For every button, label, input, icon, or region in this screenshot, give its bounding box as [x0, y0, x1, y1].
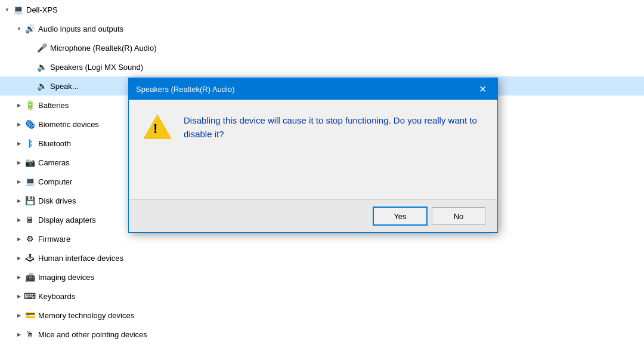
- dialog-message: Disabling this device will cause it to s…: [184, 112, 483, 141]
- tree-label-speakers-realtek: Speak...: [50, 82, 79, 91]
- bio-icon: 🫆: [24, 118, 36, 130]
- mice-icon: 🖱: [24, 328, 36, 340]
- expand-arrow-audio-group[interactable]: [14, 24, 24, 33]
- expand-arrow-batteries[interactable]: [14, 100, 24, 110]
- expand-arrow-display-adapters[interactable]: [14, 215, 24, 224]
- human-icon: 🕹: [24, 252, 36, 264]
- tree-label-speakers-logi: Speakers (Logi MX Sound): [50, 63, 143, 72]
- camera-icon: 📷: [24, 156, 36, 168]
- tree-item-microphone[interactable]: 🎤Microphone (Realtek(R) Audio): [0, 38, 644, 57]
- tree-item-human-interface[interactable]: 🕹Human interface devices: [0, 248, 644, 267]
- yes-button[interactable]: Yes: [373, 207, 427, 225]
- tree-label-firmware: Firmware: [38, 235, 70, 244]
- tree-label-microphone: Microphone (Realtek(R) Audio): [50, 44, 156, 53]
- battery-icon: 🔋: [24, 99, 36, 111]
- expand-arrow-cameras[interactable]: [14, 158, 24, 167]
- expand-arrow-computer[interactable]: [14, 177, 24, 186]
- warning-icon: [143, 114, 172, 143]
- expand-arrow-biometric[interactable]: [14, 119, 24, 129]
- tree-label-imaging: Imaging devices: [38, 273, 94, 282]
- dialog-title: Speakers (Realtek(R) Audio): [136, 85, 234, 94]
- tree-label-disk-drives: Disk drives: [38, 196, 76, 205]
- expand-arrow-imaging[interactable]: [14, 272, 24, 282]
- tree-label-cameras: Cameras: [38, 158, 70, 167]
- tree-label-dell-xps: Dell-XPS: [26, 5, 58, 14]
- tree-item-imaging[interactable]: 📠Imaging devices: [0, 267, 644, 287]
- memory-icon: 💳: [24, 309, 36, 321]
- dialog-titlebar: Speakers (Realtek(R) Audio) ✕: [129, 78, 497, 100]
- warning-triangle-shape: [143, 114, 172, 139]
- expand-arrow-mice[interactable]: [14, 329, 24, 339]
- tree-label-memory: Memory technology devices: [38, 311, 134, 320]
- expand-arrow-disk-drives[interactable]: [14, 196, 24, 205]
- tree-label-computer: Computer: [38, 177, 72, 186]
- speaker-icon: 🔈: [36, 61, 48, 73]
- computer-icon: 💻: [12, 4, 24, 16]
- dialog-footer: Yes No: [129, 199, 497, 232]
- tree-item-audio-group[interactable]: 🔊Audio inputs and outputs: [0, 19, 644, 38]
- audio-icon: 🔊: [24, 23, 36, 35]
- bluetooth-icon: ᛒ: [24, 137, 36, 149]
- dialog-close-button[interactable]: ✕: [475, 81, 490, 97]
- tree-label-audio-group: Audio inputs and outputs: [38, 24, 123, 33]
- tree-item-mice[interactable]: 🖱Mice and other pointing devices: [0, 325, 644, 344]
- tree-label-bluetooth: Bluetooth: [38, 139, 71, 148]
- tree-item-keyboards[interactable]: ⌨Keyboards: [0, 287, 644, 306]
- mic-icon: 🎤: [36, 42, 48, 54]
- tree-item-memory[interactable]: 💳Memory technology devices: [0, 306, 644, 325]
- expand-arrow-memory[interactable]: [14, 310, 24, 320]
- imaging-icon: 📠: [24, 271, 36, 283]
- tree-label-biometric: Biometric devices: [38, 120, 99, 129]
- tree-item-speakers-logi[interactable]: 🔈Speakers (Logi MX Sound): [0, 57, 644, 76]
- expand-arrow-human-interface[interactable]: [14, 253, 24, 263]
- tree-label-keyboards: Keyboards: [38, 292, 75, 301]
- expand-arrow-firmware[interactable]: [14, 234, 24, 244]
- tree-label-human-interface: Human interface devices: [38, 254, 123, 263]
- expand-arrow-bluetooth[interactable]: [14, 138, 24, 148]
- keyboard-icon: ⌨: [24, 290, 36, 302]
- disk-icon: 💾: [24, 195, 36, 207]
- tree-label-batteries: Batteries: [38, 101, 69, 110]
- expand-arrow-dell-xps[interactable]: [2, 5, 12, 14]
- tree-label-display-adapters: Display adapters: [38, 215, 96, 224]
- computer-icon: 💻: [24, 175, 36, 187]
- no-button[interactable]: No: [432, 207, 485, 225]
- tree-item-dell-xps[interactable]: 💻Dell-XPS: [0, 0, 644, 19]
- expand-arrow-keyboards[interactable]: [14, 291, 24, 301]
- tree-label-mice: Mice and other pointing devices: [38, 330, 147, 339]
- display-icon: 🖥: [24, 214, 36, 226]
- firmware-icon: ⚙: [24, 233, 36, 245]
- dialog-body: Disabling this device will cause it to s…: [129, 100, 497, 199]
- speaker-icon: 🔈: [36, 80, 48, 92]
- dialog-window: Speakers (Realtek(R) Audio) ✕ Disabling …: [128, 78, 498, 233]
